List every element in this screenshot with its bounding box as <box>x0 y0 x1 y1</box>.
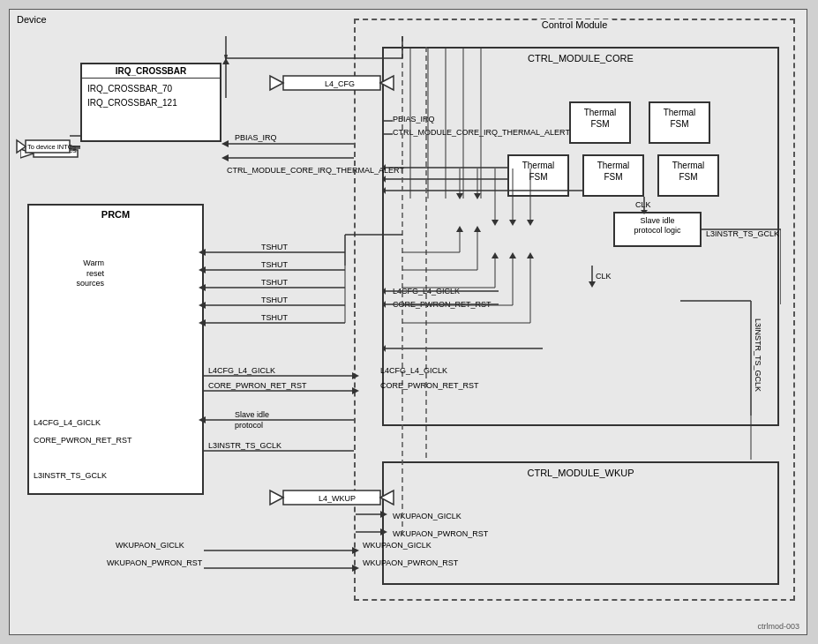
svg-text:TSHUT: TSHUT <box>261 296 288 304</box>
diagram-container: Device ctrlmod-003 Control Module CTRL_M… <box>9 9 807 635</box>
svg-text:WKUPAON_PWRON_RST: WKUPAON_PWRON_RST <box>107 558 203 567</box>
svg-text:L4CFG_L4_GICLK: L4CFG_L4_GICLK <box>208 366 275 375</box>
l3instr-right-label: L3INSTR_TS_GCLK <box>706 229 779 238</box>
thermal-fsm-3: ThermalFSM <box>507 154 569 197</box>
wkupaon-giclk-right: WKUPAON_GICLK <box>393 512 462 520</box>
svg-text:L4_CFG: L4_CFG <box>325 79 355 88</box>
svg-text:protocol: protocol <box>235 421 263 430</box>
clk-label: CLK <box>635 200 651 209</box>
svg-text:TSHUT: TSHUT <box>261 278 288 287</box>
svg-text:TSHUT: TSHUT <box>261 260 288 269</box>
prcm-title: PRCM <box>29 206 202 223</box>
svg-text:L4_WKUP: L4_WKUP <box>319 494 356 503</box>
svg-marker-39 <box>221 154 229 161</box>
irq-crossbar-body: IRQ_CROSSBAR_70 IRQ_CROSSBAR_121 <box>82 79 220 114</box>
irq-crossbar-title: IRQ_CROSSBAR <box>82 64 220 79</box>
slave-idle-logic-box: Slave idleprotocol logic <box>613 212 702 247</box>
device-label: Device <box>17 14 47 25</box>
irq-crossbar-70: IRQ_CROSSBAR_70 <box>87 82 214 96</box>
l4cfg-core-label: L4CFG_L4_GICLK <box>393 287 460 296</box>
core-pwron-core-label: CORE_PWRON_RET_RST <box>393 300 492 309</box>
thermal-fsm-5: ThermalFSM <box>657 154 719 197</box>
svg-marker-14 <box>384 176 386 183</box>
svg-marker-17 <box>384 288 386 295</box>
thermal-fsm-2: ThermalFSM <box>649 101 710 144</box>
warm-reset-label: Warmresetsources <box>34 258 104 289</box>
svg-text:L3INSTR_TS_GCLK: L3INSTR_TS_GCLK <box>208 441 281 450</box>
irq-crossbar-box: IRQ_CROSSBAR IRQ_CROSSBAR_70 IRQ_CROSSBA… <box>80 63 221 142</box>
ctrl-module-core-label: CTRL_MODULE_CORE <box>528 53 634 64</box>
svg-text:WKUPAON_GICLK: WKUPAON_GICLK <box>116 541 184 550</box>
thermal-fsm-1: ThermalFSM <box>569 101 631 144</box>
svg-marker-13 <box>384 164 386 171</box>
svg-marker-21 <box>384 345 386 352</box>
svg-marker-19 <box>384 301 386 308</box>
svg-text:TSHUT: TSHUT <box>261 313 288 322</box>
wkupaon-pwron-right: WKUPAON_PWRON_RST <box>393 529 488 538</box>
reference-label: ctrlmod-003 <box>757 622 799 631</box>
svg-marker-85 <box>270 490 283 505</box>
to-device-intcs-label: To device INTCs <box>25 146 77 154</box>
svg-marker-36 <box>221 140 229 147</box>
svg-text:Slave idle: Slave idle <box>235 410 269 419</box>
svg-marker-32 <box>270 76 283 90</box>
pbias-irq-label: PBIAS_IRQ <box>393 115 435 124</box>
to-device-intcs: To device INTCs <box>20 144 100 165</box>
irq-crossbar-121: IRQ_CROSSBAR_121 <box>87 96 214 110</box>
control-module-label: Control Module <box>537 19 612 30</box>
core-pwron-prcm-label: CORE_PWRON_RET_RST <box>34 436 132 445</box>
svg-text:PBIAS_IRQ: PBIAS_IRQ <box>235 133 277 142</box>
svg-text:CORE_PWRON_RET_RST: CORE_PWRON_RET_RST <box>208 381 307 390</box>
svg-text:TSHUT: TSHUT <box>261 243 288 251</box>
svg-marker-81 <box>224 55 228 63</box>
svg-marker-15 <box>384 187 386 194</box>
prcm-box: PRCM Warmresetsources L4CFG_L4_GICLK COR… <box>27 204 204 495</box>
svg-marker-77 <box>222 58 229 64</box>
ctrl-module-wkup: CTRL_MODULE_WKUP WKUPAON_GICLK WKUPAON_P… <box>382 461 779 585</box>
control-module-outer: Control Module CTRL_MODULE_CORE ThermalF… <box>354 19 795 601</box>
ctrl-irq-thermal-label: CTRL_MODULE_CORE_IRQ_THERMAL_ALERT <box>393 128 570 137</box>
ctrl-module-wkup-label: CTRL_MODULE_WKUP <box>527 468 634 478</box>
ctrl-module-core: CTRL_MODULE_CORE ThermalFSM ThermalFSM T… <box>382 47 779 426</box>
l3instr-prcm-label: L3INSTR_TS_GCLK <box>34 471 107 480</box>
thermal-fsm-4: ThermalFSM <box>582 154 644 197</box>
l4cfg-prcm-label: L4CFG_L4_GICLK <box>34 418 101 427</box>
